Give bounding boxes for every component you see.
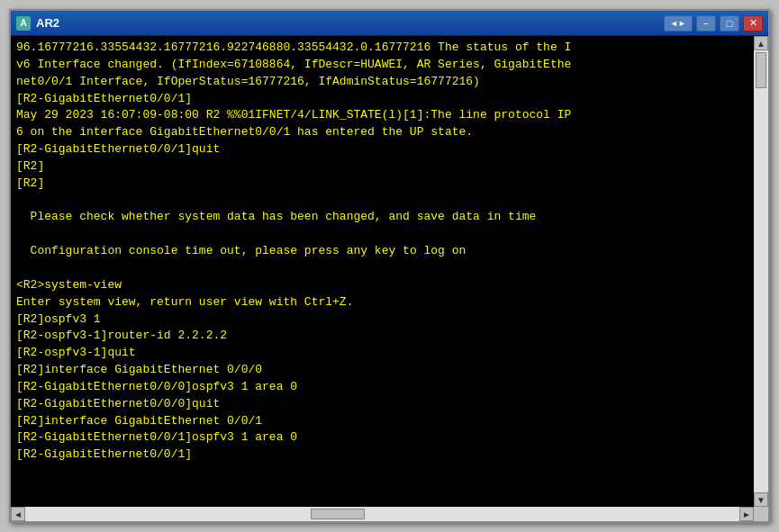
terminal-window: A AR2 ◄► − □ ✕ 96.16777216.33554432.1677… [9, 9, 770, 523]
scroll-left-arrow[interactable]: ◄ [11, 507, 25, 521]
terminal-output[interactable]: 96.16777216.33554432.16777216.922746880.… [11, 36, 754, 507]
window-title: AR2 [36, 16, 59, 30]
title-bar-left: A AR2 [16, 16, 59, 31]
scroll-right-arrow[interactable]: ► [739, 507, 754, 521]
scroll-thumb-h[interactable] [311, 509, 365, 519]
app-icon-text: A [20, 18, 26, 28]
title-bar: A AR2 ◄► − □ ✕ [11, 11, 768, 36]
app-icon: A [16, 16, 31, 31]
scroll-thumb-v[interactable] [756, 52, 766, 88]
scroll-track-v[interactable] [754, 50, 768, 492]
horizontal-scrollbar-container: ◄ ► [11, 507, 768, 521]
title-bar-buttons: ◄► − □ ✕ [664, 15, 763, 32]
minimize-button[interactable]: − [696, 15, 716, 32]
scrollbar-corner [754, 507, 768, 521]
scroll-arrows-button[interactable]: ◄► [664, 15, 693, 32]
scroll-down-arrow[interactable]: ▼ [754, 492, 768, 507]
scroll-up-arrow[interactable]: ▲ [754, 36, 768, 50]
restore-button[interactable]: □ [720, 15, 739, 32]
scroll-arrows-icon: ◄► [670, 19, 686, 28]
vertical-scrollbar[interactable]: ▲ ▼ [754, 36, 768, 507]
scroll-track-h[interactable] [25, 507, 739, 521]
terminal-container: 96.16777216.33554432.16777216.922746880.… [11, 36, 768, 507]
close-button[interactable]: ✕ [743, 15, 763, 32]
